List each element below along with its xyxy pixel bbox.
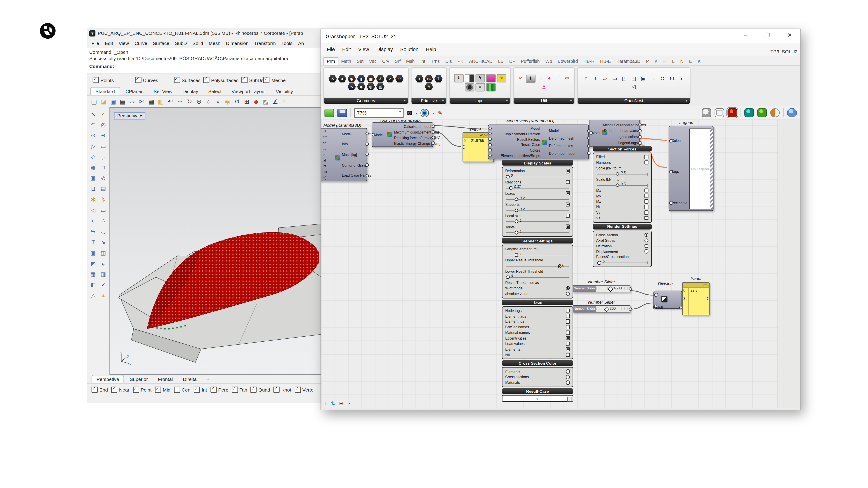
- canvas-bottom-icon[interactable]: ⊟: [339, 400, 343, 406]
- osnap-item[interactable]: Perp: [211, 386, 228, 392]
- slider-handle[interactable]: [506, 275, 509, 279]
- component-input[interactable]: Element identifiers/Breps: [491, 154, 540, 158]
- toolbar-tab[interactable]: Display: [178, 88, 203, 95]
- component-output[interactable]: Deformed model: [549, 151, 588, 155]
- checkbox[interactable]: [644, 160, 649, 165]
- slider-handle[interactable]: [608, 286, 614, 292]
- toolbar-icon[interactable]: ↺: [234, 98, 241, 105]
- gh-category-tab[interactable]: Vec: [366, 58, 379, 65]
- rhino-menu-item[interactable]: Mesh: [209, 40, 220, 46]
- palette-icon[interactable]: [465, 74, 474, 83]
- gh-category-tab[interactable]: Prm: [323, 57, 338, 65]
- component-input[interactable]: Model: [491, 127, 540, 130]
- component-output[interactable]: Deformed mesh: [549, 136, 588, 140]
- save-document-icon[interactable]: [338, 109, 347, 117]
- zoom-level-combo[interactable]: 77%ˇ: [354, 108, 404, 118]
- checkbox[interactable]: [565, 325, 570, 329]
- toolbar-tab[interactable]: Visibility: [271, 88, 298, 95]
- checkbox[interactable]: [644, 155, 649, 159]
- color-radio-row[interactable]: Elements: [504, 369, 572, 375]
- checkbox[interactable]: [264, 76, 270, 83]
- gh-titlebar[interactable]: Grasshopper - TP3_SOLU2_2* – ❐ ✕: [321, 29, 800, 43]
- checkbox[interactable]: [274, 386, 280, 392]
- toolbar-icon[interactable]: ▢: [90, 98, 98, 105]
- force-check-row[interactable]: Numbers: [594, 160, 650, 165]
- gh-menu-item[interactable]: Display: [376, 46, 393, 52]
- component-input[interactable]: Result-Case: [491, 143, 540, 147]
- rhino-menu-item[interactable]: Tools: [281, 40, 292, 46]
- rhino-menu-item[interactable]: Edit: [105, 40, 113, 46]
- gh-category-tab[interactable]: PK: [455, 58, 466, 65]
- palette-icon[interactable]: ▮: [357, 75, 366, 83]
- slider[interactable]: 0.2: [506, 207, 569, 213]
- gh-category-tab[interactable]: Math: [338, 58, 354, 65]
- palette-icon[interactable]: [465, 83, 474, 92]
- osnap-item[interactable]: Verte: [294, 386, 313, 392]
- input-port[interactable]: [489, 138, 492, 141]
- palette-icon[interactable]: T: [591, 75, 600, 83]
- gh-category-tab[interactable]: Karamba3D: [614, 58, 643, 65]
- slider-handle[interactable]: [509, 186, 513, 190]
- checkbox[interactable]: [565, 202, 570, 207]
- component-input[interactable]: Colors: [491, 148, 540, 152]
- side-toolbar-icon[interactable]: ◁: [88, 205, 98, 216]
- gh-menu-item[interactable]: Solution: [400, 46, 418, 52]
- component-output[interactable]: Mass [kg]: [342, 153, 366, 156]
- model-view-component[interactable]: ModelDisplacement DirectionResult-Factor…: [488, 125, 589, 159]
- output-port[interactable]: [587, 152, 591, 155]
- section-header[interactable]: Display Scales: [502, 160, 573, 166]
- side-toolbar-icon[interactable]: ◇: [88, 152, 98, 163]
- side-toolbar-icon[interactable]: ◠: [88, 120, 98, 131]
- result-case-combo[interactable]: --all--: [502, 395, 573, 402]
- toolbar-icon[interactable]: ◌: [205, 98, 212, 105]
- render-radio-row[interactable]: Utilization: [594, 243, 650, 249]
- output-port[interactable]: [629, 307, 632, 311]
- gh-category-tab[interactable]: P: [643, 58, 652, 65]
- checkbox[interactable]: [644, 199, 649, 203]
- filter-checkbox-item[interactable]: Polysurfaces: [203, 76, 239, 83]
- gh-category-tab[interactable]: Msh: [403, 58, 417, 65]
- slider-handle[interactable]: [515, 220, 518, 223]
- slider-handle[interactable]: [598, 261, 601, 265]
- maximize-button[interactable]: ❐: [764, 32, 772, 38]
- checkbox[interactable]: [565, 308, 570, 313]
- component-output[interactable]: Deformed beam axes: [603, 129, 639, 133]
- radio[interactable]: [644, 233, 649, 237]
- section-header[interactable]: Result-Case: [502, 388, 573, 394]
- toolbar-icon[interactable]: ▨: [262, 98, 270, 105]
- combo-button[interactable]: [567, 396, 571, 401]
- gh-category-tab[interactable]: Bowerbird: [555, 58, 581, 65]
- radio[interactable]: [565, 291, 570, 296]
- osnap-item[interactable]: Near: [111, 386, 129, 392]
- slider-handle[interactable]: [515, 231, 518, 234]
- palette-icon[interactable]: ◠: [395, 75, 403, 83]
- palette-icon[interactable]: ◕: [546, 74, 553, 82]
- sketch-pen-icon[interactable]: ✎: [437, 109, 442, 116]
- side-toolbar-icon[interactable]: ◐: [88, 216, 98, 227]
- zoom-extents-icon[interactable]: ⊠: [407, 109, 412, 116]
- toolbar-icon[interactable]: ▫: [215, 98, 222, 105]
- tag-row[interactable]: Elements: [504, 347, 572, 352]
- preview-wireframe-icon[interactable]: [715, 108, 724, 117]
- palette-group-label[interactable]: OpenNest▼: [578, 98, 690, 104]
- palette-icon[interactable]: ≈: [649, 75, 657, 83]
- component-input[interactable]: Result-Factors: [491, 137, 540, 141]
- rhino-menu-item[interactable]: Solid: [193, 40, 203, 46]
- toolbar-icon[interactable]: ▥: [157, 98, 164, 105]
- component-input[interactable]: int: [323, 130, 334, 133]
- preview-eye-icon[interactable]: [421, 109, 429, 117]
- gh-category-tab[interactable]: Pufferfish: [518, 58, 542, 65]
- side-toolbar-icon[interactable]: ↪: [88, 227, 98, 237]
- canvas-bottom-icon[interactable]: ↓: [324, 400, 327, 406]
- panel-component[interactable]: {0} 022.5: [682, 282, 710, 315]
- rhino-menu-item[interactable]: Surface: [153, 40, 169, 46]
- side-toolbar-icon[interactable]: ⊚: [98, 173, 108, 184]
- rhino-command-area[interactable]: Command: _Open Successfully read file "D…: [87, 48, 323, 73]
- command-prompt[interactable]: Command:: [89, 64, 320, 70]
- palette-icon[interactable]: ∷: [554, 74, 562, 82]
- toolbar-icon[interactable]: ▤: [119, 98, 126, 105]
- chevron-down-icon[interactable]: ▾: [415, 111, 417, 115]
- palette-icon[interactable]: ϟ: [475, 74, 485, 83]
- component-output[interactable]: Meshes of rendered beams: [603, 123, 639, 127]
- checkbox[interactable]: [565, 330, 570, 335]
